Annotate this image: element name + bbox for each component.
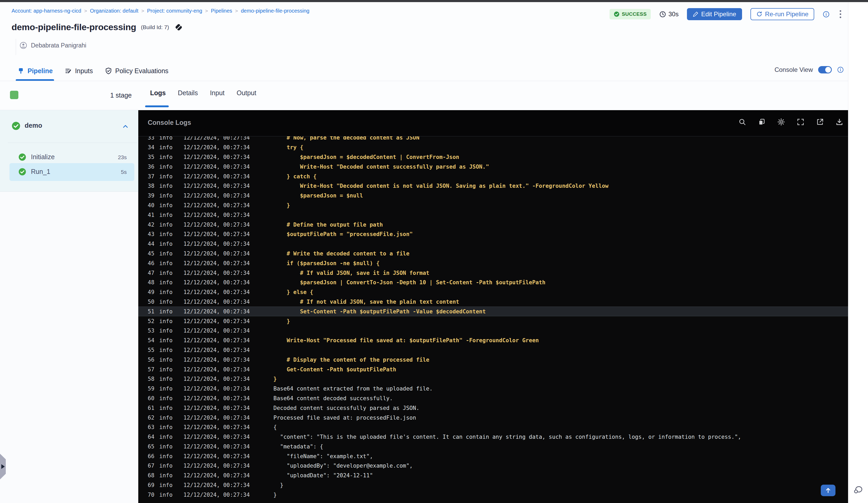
breadcrumb-separator: >: [232, 8, 241, 14]
log-message: $parsedJson = $decodedContent | ConvertF…: [273, 154, 459, 160]
breadcrumb-org-link[interactable]: Organization: default: [90, 8, 138, 14]
tab-output[interactable]: Output: [237, 89, 256, 97]
log-line-number: 34: [148, 144, 159, 150]
log-line-number: 52: [148, 318, 159, 324]
more-options-menu-icon[interactable]: [838, 9, 843, 20]
help-chat-icon[interactable]: [853, 485, 863, 495]
log-row: 52 info 12/12/2024, 00:27:34 }: [138, 316, 848, 326]
success-check-icon: [614, 11, 620, 17]
breadcrumb-pipelines-link[interactable]: Pipelines: [211, 8, 232, 14]
window-top-strip: [0, 0, 868, 2]
console-view-toggle[interactable]: [818, 66, 832, 73]
tab-input[interactable]: Input: [210, 89, 225, 97]
download-icon[interactable]: [835, 117, 844, 126]
up-arrow-icon: [825, 487, 831, 494]
search-icon[interactable]: [738, 117, 747, 126]
log-message: "metadata": {: [273, 443, 323, 450]
step-name: Run_1: [31, 168, 50, 176]
log-row: 35 info 12/12/2024, 00:27:34 $parsedJson…: [138, 153, 848, 162]
triggered-by-row: Debabrata Panigrahi: [19, 41, 86, 49]
log-rows: 33 info 12/12/2024, 00:27:34 # Now, pars…: [138, 136, 848, 500]
tab-inputs[interactable]: Inputs: [65, 67, 93, 75]
tab-policy-evaluations[interactable]: Policy Evaluations: [105, 67, 168, 75]
log-line-number: 40: [148, 202, 159, 209]
tab-details[interactable]: Details: [178, 89, 198, 97]
log-row: 37 info 12/12/2024, 00:27:34 } catch {: [138, 171, 848, 181]
rerun-pipeline-button[interactable]: Re-run Pipeline: [751, 8, 814, 20]
log-line-number: 41: [148, 212, 159, 218]
log-timestamp: 12/12/2024, 00:27:34: [183, 289, 273, 295]
log-line-number: 62: [148, 415, 159, 421]
breadcrumb-separator: >: [202, 8, 211, 14]
log-row: 61 info 12/12/2024, 00:27:34 Decoded con…: [138, 403, 848, 413]
log-timestamp: 12/12/2024, 00:27:34: [183, 482, 273, 488]
harness-pipeline-execution-page: Account: app-harness-ng-cicd>Organizatio…: [0, 0, 868, 503]
step-row-run-1[interactable]: Run_1 5s: [0, 163, 138, 181]
open-in-new-icon[interactable]: [816, 117, 825, 126]
log-row: 68 info 12/12/2024, 00:27:34 "uploadDate…: [138, 471, 848, 480]
log-line-number: 59: [148, 386, 159, 392]
log-timestamp: 12/12/2024, 00:27:34: [183, 241, 273, 247]
log-row: 38 info 12/12/2024, 00:27:34 Write-Host …: [138, 181, 848, 191]
rerun-info-icon[interactable]: [823, 11, 830, 18]
log-line-number: 48: [148, 279, 159, 286]
log-message: # If not valid JSON, save the plain text…: [273, 299, 459, 305]
log-line-number: 50: [148, 299, 159, 305]
tab-pipeline[interactable]: Pipeline: [17, 67, 53, 75]
log-level: info: [159, 357, 183, 363]
log-level: info: [159, 192, 183, 199]
log-message: }: [273, 376, 277, 382]
console-title: Console Logs: [148, 119, 191, 126]
log-message: Set-Content -Path $outputFilePath -Value…: [273, 308, 486, 315]
stage-status-square[interactable]: [10, 91, 18, 99]
rerun-icon: [756, 11, 763, 17]
log-timestamp: 12/12/2024, 00:27:34: [183, 366, 273, 373]
log-message: $outputFilePath = "processedFile.json": [273, 231, 413, 237]
log-timestamp: 12/12/2024, 00:27:34: [183, 463, 273, 469]
log-timestamp: 12/12/2024, 00:27:34: [183, 192, 273, 199]
log-message: } catch {: [273, 174, 317, 180]
log-timestamp: 12/12/2024, 00:27:34: [183, 250, 273, 257]
stage-group-header[interactable]: demo: [0, 118, 138, 134]
log-level: info: [159, 366, 183, 373]
log-timestamp: 12/12/2024, 00:27:34: [183, 136, 273, 141]
scroll-to-top-button[interactable]: [821, 485, 836, 496]
view-tabs: Pipeline Inputs Policy Evaluations: [17, 62, 168, 79]
log-row: 58 info 12/12/2024, 00:27:34 }: [138, 374, 848, 384]
breadcrumb-project-link[interactable]: Project: community-eng: [147, 8, 202, 14]
log-timestamp: 12/12/2024, 00:27:34: [183, 222, 273, 228]
breadcrumb-account-link[interactable]: Account: app-harness-ng-cicd: [12, 8, 81, 14]
log-line-number: 43: [148, 231, 159, 237]
console-view-info-icon[interactable]: [837, 66, 844, 73]
log-line-number: 67: [148, 463, 159, 469]
tab-logs[interactable]: Logs: [150, 89, 166, 97]
status-label: SUCCESS: [622, 11, 647, 17]
log-message: {: [273, 424, 277, 430]
copy-icon[interactable]: [757, 117, 766, 126]
log-message: Processed file saved at: processedFile.j…: [273, 415, 416, 421]
log-line-number: 66: [148, 453, 159, 460]
log-message: # Define the output file path: [273, 222, 383, 228]
edit-pipeline-button[interactable]: Edit Pipeline: [687, 8, 742, 20]
log-line-number: 61: [148, 405, 159, 411]
settings-gear-icon[interactable]: [777, 117, 786, 126]
log-level: info: [159, 136, 183, 141]
log-timestamp: 12/12/2024, 00:27:34: [183, 357, 273, 363]
pencil-icon: [693, 11, 699, 17]
log-level: info: [159, 299, 183, 305]
stage-count-label: 1 stage: [110, 92, 132, 99]
log-level: info: [159, 270, 183, 276]
log-message: Write-Host "Decoded content successfully…: [273, 164, 489, 170]
user-name: Debabrata Panigrahi: [31, 42, 86, 49]
log-message: # Display the content of the processed f…: [273, 357, 429, 363]
chevron-up-icon[interactable]: [122, 123, 128, 129]
log-level: info: [159, 327, 183, 334]
console-log-viewport[interactable]: 33 info 12/12/2024, 00:27:34 # Now, pars…: [138, 136, 848, 503]
breadcrumb-pipeline-link[interactable]: demo-pipeline-file-processing: [241, 8, 309, 14]
fullscreen-icon[interactable]: [796, 117, 805, 126]
log-message: }: [273, 482, 283, 488]
console-header: Console Logs: [138, 110, 848, 136]
log-timestamp: 12/12/2024, 00:27:34: [183, 270, 273, 276]
log-line-number: 46: [148, 260, 159, 266]
log-timestamp: 12/12/2024, 00:27:34: [183, 337, 273, 344]
